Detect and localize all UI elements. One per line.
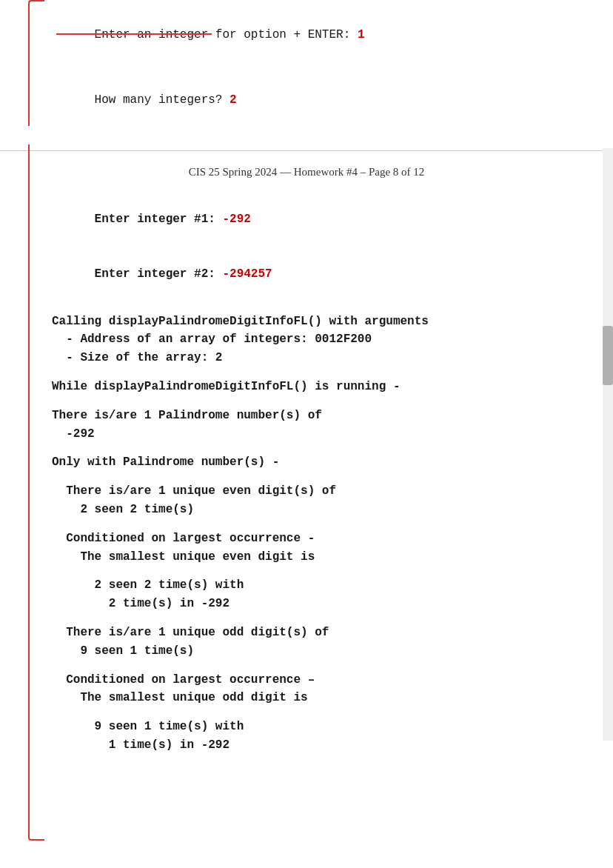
enter-int2-value: -294257	[222, 267, 272, 281]
odd-result2: 1 time(s) in -292	[52, 736, 561, 755]
odd-digits-detail: 9 seen 1 time(s)	[52, 642, 561, 661]
smallest-odd: The smallest unique odd digit is	[52, 689, 561, 707]
enter-int2-label: Enter integer #2:	[95, 267, 223, 281]
enter-int2-line: Enter integer #2: -294257	[52, 247, 561, 301]
there-palindrome-line: There is/are 1 Palindrome number(s) of	[52, 407, 561, 425]
palindrome-value-line: -292	[52, 425, 561, 444]
address-line: - Address of an array of integers: 0012F…	[52, 330, 561, 349]
enter-int1-label: Enter integer #1:	[95, 213, 223, 226]
red-bracket-annotation-top	[28, 0, 44, 126]
conditioned-odd: Conditioned on largest occurrence –	[52, 671, 561, 690]
top-section: Enter an integer for option + ENTER: 1 H…	[0, 0, 613, 143]
page-header: CIS 25 Spring 2024 — Homework #4 – Page …	[0, 166, 613, 178]
enter-int1-line: Enter integer #1: -292	[52, 192, 561, 247]
odd-result1: 9 seen 1 time(s) with	[52, 718, 561, 736]
smallest-even: The smallest unique even digit is	[52, 548, 561, 567]
even-result2: 2 time(s) in -292	[52, 595, 561, 613]
scrollbar-thumb[interactable]	[603, 326, 613, 385]
odd-digits-header: There is/are 1 unique odd digit(s) of	[52, 624, 561, 642]
even-digits-header: There is/are 1 unique even digit(s) of	[52, 482, 561, 501]
prompt-integers-label: How many integers?	[95, 93, 230, 107]
calling-line: Calling displayPalindromeDigitInfoFL() w…	[52, 313, 561, 331]
even-digits-detail: 2 seen 2 time(s)	[52, 501, 561, 519]
page-container: Enter an integer for option + ENTER: 1 H…	[0, 0, 613, 868]
only-with-line: Only with Palindrome number(s) -	[52, 453, 561, 472]
red-bracket-annotation-bottom	[28, 144, 44, 841]
size-line: - Size of the array: 2	[52, 349, 561, 367]
integers-value: 2	[230, 93, 237, 107]
section-divider	[0, 150, 613, 151]
red-underline-option	[56, 33, 212, 35]
main-content: Enter integer #1: -292 Enter integer #2:…	[0, 192, 613, 769]
prompt-integers-line: How many integers? 2	[52, 73, 561, 127]
scrollbar[interactable]	[603, 148, 613, 741]
enter-int1-value: -292	[222, 213, 250, 226]
option-value: 1	[358, 28, 365, 41]
conditioned-even: Conditioned on largest occurrence -	[52, 530, 561, 548]
even-result1: 2 seen 2 time(s) with	[52, 576, 561, 595]
prompt-option-line: Enter an integer for option + ENTER: 1	[52, 7, 561, 62]
while-line: While displayPalindromeDigitInfoFL() is …	[52, 378, 561, 396]
